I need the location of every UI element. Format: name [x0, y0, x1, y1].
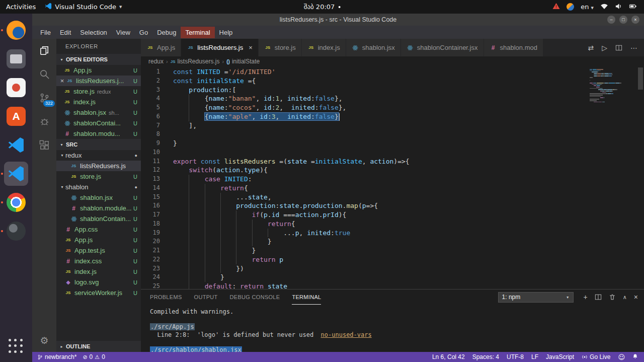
maximize-button[interactable]: □ [619, 16, 627, 24]
titlebar[interactable]: listsRedusers.js - src - Visual Studio C… [32, 14, 644, 26]
encoding-setting[interactable]: UTF-8 [507, 353, 524, 360]
code-line-4[interactable]: 4 {name:"banan", id:1, inited:false}, [141, 94, 637, 103]
code-line-11[interactable]: 11export const listsRedusers =(state =in… [141, 157, 637, 166]
file-App.test.js[interactable]: JSApp.test.jsU [56, 245, 141, 256]
code-line-22[interactable]: 22 return p [141, 255, 637, 264]
panel-tab-terminal[interactable]: TERMINAL [292, 289, 321, 305]
app-menu-button[interactable]: Visual Studio Code ▼ [45, 3, 122, 11]
code-line-6[interactable]: 6 {name:"aple", id:3, inited:false} [141, 112, 637, 121]
tab-shablon.jsx[interactable]: shablon.jsx [346, 39, 401, 56]
code-line-18[interactable]: 18 return{ [141, 220, 637, 229]
menu-file[interactable]: File [36, 27, 55, 38]
close-button[interactable]: × [631, 16, 639, 24]
keyboard-layout-indicator[interactable]: en ▼ [581, 3, 594, 11]
menu-help[interactable]: Help [215, 27, 237, 38]
git-branch-indicator[interactable]: newbranch* [37, 353, 76, 360]
close-panel-icon[interactable]: × [634, 294, 638, 301]
new-terminal-icon[interactable]: + [584, 294, 588, 301]
minimize-button[interactable]: – [607, 16, 615, 24]
search-icon[interactable] [32, 62, 56, 86]
volume-icon[interactable] [615, 3, 622, 12]
dock-item-media-app[interactable] [4, 76, 28, 100]
file-shablon.module....[interactable]: #shablon.module....U [56, 203, 141, 213]
close-icon[interactable]: × [58, 77, 66, 85]
code-line-20[interactable]: 20 } [141, 237, 637, 246]
code-line-16[interactable]: 16 production:state.production.map(p=>{ [141, 201, 637, 210]
language-mode[interactable]: JavaScript [546, 353, 574, 360]
code-line-21[interactable]: 21 } [141, 246, 637, 255]
tab-shablon.mod[interactable]: #shablon.mod [484, 39, 543, 56]
code-line-19[interactable]: 19 ...p, inited:true [141, 229, 637, 238]
code-line-14[interactable]: 14 return{ [141, 184, 637, 193]
code-line-13[interactable]: 13 case INITED: [141, 175, 637, 184]
dock-item-ubuntu-software[interactable] [4, 104, 28, 128]
tab-App.js[interactable]: JSApp.js [141, 39, 181, 56]
code-line-15[interactable]: 15 ...state, [141, 193, 637, 202]
code-line-7[interactable]: 7 ], [141, 121, 637, 130]
split-terminal-icon[interactable] [595, 294, 602, 301]
alert-icon[interactable] [552, 3, 560, 11]
tab-index.js[interactable]: JSindex.js [302, 39, 346, 56]
open-editor-shablon.jsx[interactable]: shablon.jsxsh...U [56, 107, 141, 118]
dock-item-vscode[interactable] [4, 133, 28, 157]
open-editor-shablon.modu...[interactable]: #shablon.modu...U [56, 128, 141, 139]
code-line-5[interactable]: 5 {name:"cocos", id:2, inited:false}, [141, 103, 637, 112]
file-store.js[interactable]: JSstore.jsU [56, 171, 141, 182]
code-line-2[interactable]: 2const initialState ={ [141, 77, 637, 86]
close-icon[interactable]: × [249, 44, 253, 51]
notifications-bell-icon[interactable] [632, 353, 638, 361]
scrollbar-thumb[interactable] [638, 67, 643, 90]
code-editor[interactable]: 1const INITED ='/id/INITED'2const initia… [141, 66, 644, 289]
open-changes-icon[interactable]: ⇄ [588, 44, 594, 52]
source-control-icon[interactable]: 322 [32, 86, 56, 110]
panel-tab-output[interactable]: OUTPUT [194, 289, 218, 305]
problems-indicator[interactable]: ⊘ 0 ⚠ 0 [83, 353, 105, 360]
account-icon[interactable] [567, 3, 574, 11]
menu-go[interactable]: Go [135, 27, 152, 38]
clock[interactable]: შაბ 20:07 [304, 3, 341, 11]
file-shablon.jsx[interactable]: shablon.jsxU [56, 192, 141, 203]
maximize-panel-icon[interactable]: ∧ [623, 295, 627, 300]
dock-item-firefox[interactable] [4, 18, 28, 42]
minimap[interactable] [590, 69, 636, 103]
code-line-23[interactable]: 23 }) [141, 264, 637, 273]
lint-rule-link[interactable]: no-unused-vars [321, 331, 372, 338]
run-icon[interactable]: ▷ [602, 44, 607, 52]
file-shablonContain...[interactable]: shablonContain...U [56, 213, 141, 224]
battery-icon[interactable] [629, 3, 637, 12]
dock-item-show-applications[interactable] [4, 334, 28, 358]
file-App.css[interactable]: #App.cssU [56, 224, 141, 235]
kill-terminal-icon[interactable] [609, 294, 616, 301]
editor-scrollbar[interactable] [637, 66, 644, 289]
src-section-header[interactable]: ▾ SRC [56, 139, 141, 150]
code-line-24[interactable]: 24 } [141, 273, 637, 282]
dock-item-files[interactable] [4, 47, 28, 71]
outline-header[interactable]: ▸ OUTLINE [56, 341, 141, 352]
indentation-setting[interactable]: Spaces: 4 [472, 353, 499, 360]
manage-gear-icon[interactable]: ⚙ [40, 335, 48, 346]
menu-debug[interactable]: Debug [152, 27, 181, 38]
terminal-output[interactable]: Compiled with warnings../src/App.js Line… [141, 305, 644, 352]
open-editor-App.js[interactable]: JSApp.jsU [56, 65, 141, 76]
explorer-icon[interactable] [32, 39, 56, 62]
code-line-10[interactable]: 10 [141, 148, 637, 157]
menu-edit[interactable]: Edit [55, 27, 75, 38]
code-line-17[interactable]: 17 if(p.id ===action.prId){ [141, 210, 637, 220]
folder-shablon[interactable]: ▾shablon● [56, 182, 141, 192]
breadcrumb-item-initialState[interactable]: ()initialState [226, 58, 260, 65]
file-serviceWorker.js[interactable]: JSserviceWorker.jsU [56, 287, 141, 298]
menu-view[interactable]: View [112, 27, 135, 38]
folder-redux[interactable]: ▾redux● [56, 150, 141, 161]
tab-listsRedusers.js[interactable]: JSlistsRedusers.js× [181, 39, 259, 56]
network-icon[interactable] [600, 3, 608, 11]
debug-icon[interactable] [32, 110, 56, 133]
cursor-position[interactable]: Ln 6, Col 42 [432, 353, 465, 360]
dock-item-vscode-active[interactable] [4, 162, 28, 186]
file-listsRedusers.js[interactable]: JSlistsRedusers.js [56, 161, 141, 171]
code-line-8[interactable]: 8 [141, 130, 637, 139]
panel-tab-debug-console[interactable]: DEBUG CONSOLE [230, 289, 280, 305]
menu-selection[interactable]: Selection [75, 27, 111, 38]
code-line-9[interactable]: 9} [141, 139, 637, 148]
open-editor-store.js[interactable]: JSstore.jsreduxU [56, 86, 141, 97]
extensions-icon[interactable] [32, 133, 56, 157]
